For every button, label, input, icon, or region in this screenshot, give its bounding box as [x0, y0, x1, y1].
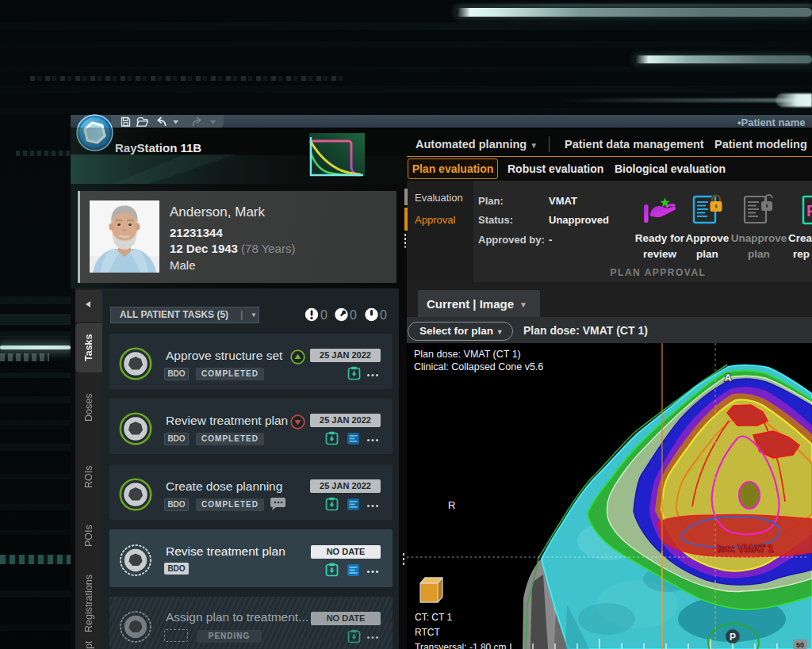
svg-text:P: P — [730, 632, 736, 643]
svg-text:Iso: VMAT 1: Iso: VMAT 1 — [717, 543, 773, 554]
svg-text:50: 50 — [796, 641, 804, 649]
svg-text:P: P — [806, 202, 812, 220]
svg-text:A: A — [725, 372, 732, 384]
